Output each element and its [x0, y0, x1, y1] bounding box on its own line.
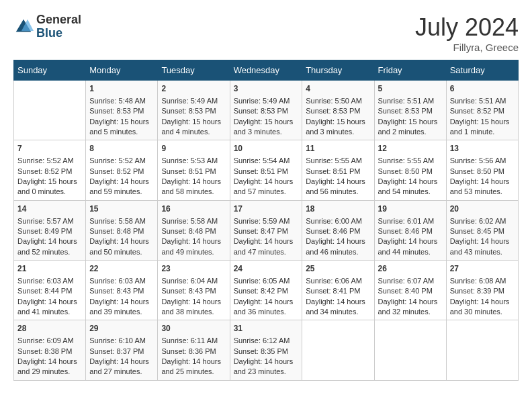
daylight-text: Daylight: 14 hours and 49 minutes.: [161, 237, 221, 255]
logo-icon: [13, 17, 34, 37]
day-number: 3: [234, 83, 299, 95]
sunrise-text: Sunrise: 5:49 AM: [234, 97, 290, 105]
day-number: 18: [306, 203, 370, 215]
sunrise-text: Sunrise: 5:53 AM: [161, 156, 218, 165]
sunrise-text: Sunrise: 5:59 AM: [234, 217, 290, 225]
sunset-text: Sunset: 8:49 PM: [17, 227, 72, 235]
sunset-text: Sunset: 8:45 PM: [450, 227, 504, 235]
daylight-text: Daylight: 14 hours and 44 minutes.: [378, 237, 438, 255]
sunrise-text: Sunrise: 6:03 AM: [17, 277, 74, 285]
column-header-monday: Monday: [86, 60, 158, 81]
daylight-text: Daylight: 15 hours and 0 minutes.: [17, 177, 77, 195]
day-number: 15: [89, 203, 154, 215]
calendar-cell: 6Sunrise: 5:51 AMSunset: 8:52 PMDaylight…: [446, 81, 518, 140]
daylight-text: Daylight: 14 hours and 59 minutes.: [89, 177, 149, 195]
calendar-cell: 8Sunrise: 5:52 AMSunset: 8:52 PMDaylight…: [86, 140, 158, 200]
column-header-friday: Friday: [374, 60, 446, 81]
sunrise-text: Sunrise: 5:58 AM: [161, 217, 218, 225]
calendar-week-row: 7Sunrise: 5:52 AMSunset: 8:52 PMDaylight…: [14, 140, 519, 200]
day-number: 8: [89, 143, 154, 154]
day-number: 28: [17, 323, 82, 334]
sunset-text: Sunset: 8:38 PM: [17, 347, 72, 355]
day-number: 16: [161, 203, 226, 215]
sunrise-text: Sunrise: 6:09 AM: [17, 336, 74, 345]
sunset-text: Sunset: 8:43 PM: [89, 287, 144, 295]
sunset-text: Sunset: 8:48 PM: [161, 227, 216, 235]
daylight-text: Daylight: 14 hours and 46 minutes.: [306, 237, 365, 255]
title-block: July 2024 Fillyra, Greece: [415, 13, 519, 53]
sunset-text: Sunset: 8:50 PM: [378, 167, 433, 175]
daylight-text: Daylight: 14 hours and 50 minutes.: [89, 237, 149, 255]
sunrise-text: Sunrise: 5:52 AM: [17, 156, 74, 165]
calendar-cell: 18Sunrise: 6:00 AMSunset: 8:46 PMDayligh…: [302, 200, 374, 260]
day-number: 17: [234, 203, 299, 215]
calendar-cell: [302, 320, 374, 380]
sunset-text: Sunset: 8:46 PM: [306, 227, 360, 235]
page-header: General Blue July 2024 Fillyra, Greece: [13, 13, 519, 53]
calendar-cell: 23Sunrise: 6:04 AMSunset: 8:43 PMDayligh…: [158, 261, 230, 320]
logo-blue-text: Blue: [36, 27, 81, 40]
day-number: 1: [89, 83, 154, 95]
calendar-cell: 26Sunrise: 6:07 AMSunset: 8:40 PMDayligh…: [374, 261, 446, 320]
sunset-text: Sunset: 8:53 PM: [234, 107, 288, 115]
sunrise-text: Sunrise: 5:48 AM: [89, 97, 146, 105]
sunrise-text: Sunrise: 5:55 AM: [378, 156, 435, 165]
daylight-text: Daylight: 14 hours and 25 minutes.: [161, 357, 221, 375]
calendar-week-row: 21Sunrise: 6:03 AMSunset: 8:44 PMDayligh…: [14, 261, 519, 320]
day-number: 20: [450, 203, 515, 215]
daylight-text: Daylight: 14 hours and 39 minutes.: [89, 298, 149, 316]
sunset-text: Sunset: 8:43 PM: [161, 287, 216, 295]
calendar-week-row: 14Sunrise: 5:57 AMSunset: 8:49 PMDayligh…: [14, 200, 519, 260]
calendar-cell: 28Sunrise: 6:09 AMSunset: 8:38 PMDayligh…: [14, 320, 86, 380]
day-number: 5: [378, 83, 443, 95]
daylight-text: Daylight: 15 hours and 1 minute.: [450, 118, 510, 136]
sunrise-text: Sunrise: 6:08 AM: [450, 277, 506, 285]
calendar-cell: 7Sunrise: 5:52 AMSunset: 8:52 PMDaylight…: [14, 140, 86, 200]
calendar-cell: 16Sunrise: 5:58 AMSunset: 8:48 PMDayligh…: [158, 200, 230, 260]
day-number: 4: [306, 83, 370, 95]
calendar-cell: 12Sunrise: 5:55 AMSunset: 8:50 PMDayligh…: [374, 140, 446, 200]
calendar-cell: 17Sunrise: 5:59 AMSunset: 8:47 PMDayligh…: [230, 200, 302, 260]
daylight-text: Daylight: 14 hours and 43 minutes.: [450, 237, 510, 255]
daylight-text: Daylight: 14 hours and 34 minutes.: [306, 298, 365, 316]
daylight-text: Daylight: 14 hours and 52 minutes.: [17, 237, 77, 255]
day-number: 29: [89, 323, 154, 334]
day-number: 2: [161, 83, 226, 95]
calendar-week-row: 1Sunrise: 5:48 AMSunset: 8:53 PMDaylight…: [14, 81, 519, 140]
day-number: 24: [234, 263, 299, 275]
day-number: 11: [306, 143, 370, 154]
sunrise-text: Sunrise: 5:52 AM: [89, 156, 146, 165]
sunset-text: Sunset: 8:47 PM: [234, 227, 288, 235]
sunrise-text: Sunrise: 5:56 AM: [450, 156, 506, 165]
calendar-cell: 11Sunrise: 5:55 AMSunset: 8:51 PMDayligh…: [302, 140, 374, 200]
day-number: 25: [306, 263, 370, 275]
sunrise-text: Sunrise: 6:11 AM: [161, 336, 218, 345]
calendar-week-row: 28Sunrise: 6:09 AMSunset: 8:38 PMDayligh…: [14, 320, 519, 380]
sunset-text: Sunset: 8:44 PM: [17, 287, 72, 295]
sunrise-text: Sunrise: 6:06 AM: [306, 277, 362, 285]
day-number: 6: [450, 83, 515, 95]
daylight-text: Daylight: 14 hours and 56 minutes.: [306, 177, 365, 195]
sunset-text: Sunset: 8:36 PM: [161, 347, 216, 355]
calendar-cell: 15Sunrise: 5:58 AMSunset: 8:48 PMDayligh…: [86, 200, 158, 260]
sunrise-text: Sunrise: 6:00 AM: [306, 217, 362, 225]
daylight-text: Daylight: 15 hours and 5 minutes.: [89, 118, 149, 136]
calendar-cell: 4Sunrise: 5:50 AMSunset: 8:53 PMDaylight…: [302, 81, 374, 140]
calendar-cell: 24Sunrise: 6:05 AMSunset: 8:42 PMDayligh…: [230, 261, 302, 320]
daylight-text: Daylight: 14 hours and 41 minutes.: [17, 298, 77, 316]
sunset-text: Sunset: 8:50 PM: [450, 167, 504, 175]
month-year-title: July 2024: [415, 13, 519, 42]
sunset-text: Sunset: 8:53 PM: [161, 107, 216, 115]
day-number: 27: [450, 263, 515, 275]
sunrise-text: Sunrise: 5:50 AM: [306, 97, 362, 105]
daylight-text: Daylight: 15 hours and 3 minutes.: [306, 118, 365, 136]
calendar-cell: 1Sunrise: 5:48 AMSunset: 8:53 PMDaylight…: [86, 81, 158, 140]
daylight-text: Daylight: 15 hours and 4 minutes.: [161, 118, 221, 136]
calendar-cell: 13Sunrise: 5:56 AMSunset: 8:50 PMDayligh…: [446, 140, 518, 200]
sunset-text: Sunset: 8:52 PM: [17, 167, 72, 175]
sunrise-text: Sunrise: 5:54 AM: [234, 156, 290, 165]
calendar-header-row: SundayMondayTuesdayWednesdayThursdayFrid…: [14, 60, 519, 81]
day-number: 23: [161, 263, 226, 275]
sunset-text: Sunset: 8:48 PM: [89, 227, 144, 235]
calendar-cell: 25Sunrise: 6:06 AMSunset: 8:41 PMDayligh…: [302, 261, 374, 320]
